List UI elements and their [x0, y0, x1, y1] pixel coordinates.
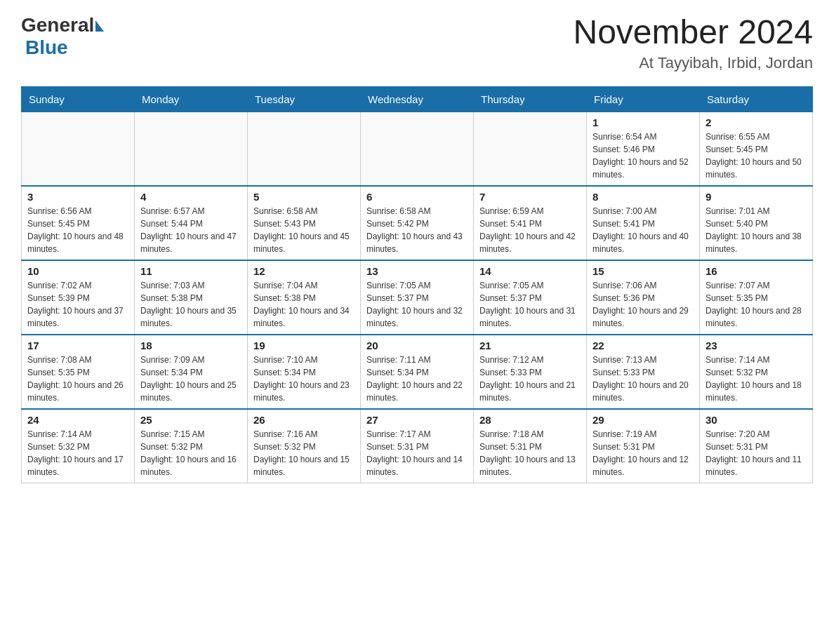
day-number: 18 [140, 340, 241, 351]
day-info: Sunrise: 7:19 AM Sunset: 5:31 PM Dayligh… [593, 428, 694, 478]
day-info: Sunrise: 7:07 AM Sunset: 5:35 PM Dayligh… [706, 279, 807, 330]
calendar-cell: 9Sunrise: 7:01 AM Sunset: 5:40 PM Daylig… [700, 186, 813, 260]
day-info: Sunrise: 6:56 AM Sunset: 5:45 PM Dayligh… [27, 205, 128, 255]
calendar-cell: 5Sunrise: 6:58 AM Sunset: 5:43 PM Daylig… [248, 186, 361, 260]
day-info: Sunrise: 7:10 AM Sunset: 5:34 PM Dayligh… [253, 354, 355, 404]
day-info: Sunrise: 7:15 AM Sunset: 5:32 PM Dayligh… [140, 428, 241, 478]
day-info: Sunrise: 6:54 AM Sunset: 5:46 PM Dayligh… [593, 130, 694, 181]
weekday-header-saturday: Saturday [700, 87, 813, 112]
day-number: 3 [27, 191, 128, 203]
calendar-cell [361, 112, 474, 186]
calendar-cell: 27Sunrise: 7:17 AM Sunset: 5:31 PM Dayli… [361, 409, 474, 483]
calendar-cell: 24Sunrise: 7:14 AM Sunset: 5:32 PM Dayli… [22, 409, 135, 483]
logo-arrow-icon [95, 20, 104, 32]
day-info: Sunrise: 6:57 AM Sunset: 5:44 PM Dayligh… [140, 205, 241, 255]
weekday-header-friday: Friday [587, 87, 700, 112]
calendar-cell: 7Sunrise: 6:59 AM Sunset: 5:41 PM Daylig… [474, 186, 587, 260]
day-number: 6 [366, 191, 468, 203]
weekday-header-sunday: Sunday [22, 87, 135, 112]
calendar-cell: 26Sunrise: 7:16 AM Sunset: 5:32 PM Dayli… [248, 409, 361, 483]
day-info: Sunrise: 7:12 AM Sunset: 5:33 PM Dayligh… [479, 354, 581, 404]
week-row-5: 24Sunrise: 7:14 AM Sunset: 5:32 PM Dayli… [22, 409, 813, 483]
day-info: Sunrise: 7:02 AM Sunset: 5:39 PM Dayligh… [27, 279, 128, 330]
weekday-header-thursday: Thursday [474, 87, 587, 112]
month-year-title: November 2024 [573, 14, 813, 51]
calendar-cell: 3Sunrise: 6:56 AM Sunset: 5:45 PM Daylig… [22, 186, 135, 260]
day-number: 23 [706, 340, 807, 351]
day-info: Sunrise: 7:01 AM Sunset: 5:40 PM Dayligh… [706, 205, 807, 255]
day-number: 10 [27, 265, 128, 277]
day-number: 28 [479, 414, 581, 426]
calendar-cell: 14Sunrise: 7:05 AM Sunset: 5:37 PM Dayli… [474, 260, 587, 335]
day-number: 30 [706, 414, 807, 426]
day-info: Sunrise: 6:58 AM Sunset: 5:42 PM Dayligh… [366, 205, 468, 255]
logo: General Blue [21, 14, 104, 59]
calendar-cell [248, 112, 361, 186]
location-subtitle: At Tayyibah, Irbid, Jordan [573, 54, 813, 72]
calendar-cell: 4Sunrise: 6:57 AM Sunset: 5:44 PM Daylig… [135, 186, 248, 260]
day-info: Sunrise: 7:06 AM Sunset: 5:36 PM Dayligh… [593, 279, 694, 330]
day-info: Sunrise: 7:00 AM Sunset: 5:41 PM Dayligh… [593, 205, 694, 255]
day-info: Sunrise: 7:14 AM Sunset: 5:32 PM Dayligh… [706, 354, 807, 404]
calendar-cell: 29Sunrise: 7:19 AM Sunset: 5:31 PM Dayli… [587, 409, 700, 483]
calendar-cell: 25Sunrise: 7:15 AM Sunset: 5:32 PM Dayli… [135, 409, 248, 483]
day-number: 12 [253, 265, 355, 277]
weekday-header-row: SundayMondayTuesdayWednesdayThursdayFrid… [22, 87, 813, 112]
week-row-2: 3Sunrise: 6:56 AM Sunset: 5:45 PM Daylig… [22, 186, 813, 260]
day-number: 2 [706, 116, 807, 128]
calendar-cell: 8Sunrise: 7:00 AM Sunset: 5:41 PM Daylig… [587, 186, 700, 260]
calendar-cell: 17Sunrise: 7:08 AM Sunset: 5:35 PM Dayli… [22, 335, 135, 409]
logo-blue-text: Blue [25, 36, 68, 58]
day-info: Sunrise: 7:05 AM Sunset: 5:37 PM Dayligh… [479, 279, 581, 330]
day-info: Sunrise: 7:09 AM Sunset: 5:34 PM Dayligh… [140, 354, 241, 404]
day-number: 9 [706, 191, 807, 203]
calendar-cell: 19Sunrise: 7:10 AM Sunset: 5:34 PM Dayli… [248, 335, 361, 409]
day-number: 14 [479, 265, 581, 277]
day-info: Sunrise: 7:05 AM Sunset: 5:37 PM Dayligh… [366, 279, 468, 330]
day-number: 4 [140, 191, 241, 203]
calendar-cell: 28Sunrise: 7:18 AM Sunset: 5:31 PM Dayli… [474, 409, 587, 483]
calendar-cell: 10Sunrise: 7:02 AM Sunset: 5:39 PM Dayli… [22, 260, 135, 335]
day-number: 24 [27, 414, 128, 426]
calendar-cell: 23Sunrise: 7:14 AM Sunset: 5:32 PM Dayli… [700, 335, 813, 409]
day-number: 19 [253, 340, 355, 351]
calendar-cell: 30Sunrise: 7:20 AM Sunset: 5:31 PM Dayli… [700, 409, 813, 483]
calendar-cell: 20Sunrise: 7:11 AM Sunset: 5:34 PM Dayli… [361, 335, 474, 409]
day-number: 8 [593, 191, 694, 203]
day-number: 21 [479, 340, 581, 351]
calendar-cell: 13Sunrise: 7:05 AM Sunset: 5:37 PM Dayli… [361, 260, 474, 335]
calendar-cell: 6Sunrise: 6:58 AM Sunset: 5:42 PM Daylig… [361, 186, 474, 260]
title-section: November 2024 At Tayyibah, Irbid, Jordan [573, 14, 813, 72]
day-info: Sunrise: 7:11 AM Sunset: 5:34 PM Dayligh… [366, 354, 468, 404]
day-info: Sunrise: 7:04 AM Sunset: 5:38 PM Dayligh… [253, 279, 355, 330]
day-info: Sunrise: 7:08 AM Sunset: 5:35 PM Dayligh… [27, 354, 128, 404]
day-number: 15 [593, 265, 694, 277]
day-number: 22 [593, 340, 694, 351]
day-number: 11 [140, 265, 241, 277]
calendar-cell: 2Sunrise: 6:55 AM Sunset: 5:45 PM Daylig… [700, 112, 813, 186]
calendar-cell: 16Sunrise: 7:07 AM Sunset: 5:35 PM Dayli… [700, 260, 813, 335]
calendar-cell: 11Sunrise: 7:03 AM Sunset: 5:38 PM Dayli… [135, 260, 248, 335]
day-info: Sunrise: 7:13 AM Sunset: 5:33 PM Dayligh… [593, 354, 694, 404]
day-info: Sunrise: 7:16 AM Sunset: 5:32 PM Dayligh… [253, 428, 355, 478]
calendar-cell: 22Sunrise: 7:13 AM Sunset: 5:33 PM Dayli… [587, 335, 700, 409]
calendar-cell [135, 112, 248, 186]
day-info: Sunrise: 7:20 AM Sunset: 5:31 PM Dayligh… [706, 428, 807, 478]
calendar-cell: 12Sunrise: 7:04 AM Sunset: 5:38 PM Dayli… [248, 260, 361, 335]
day-number: 26 [253, 414, 355, 426]
calendar-cell [22, 112, 135, 186]
calendar-cell [474, 112, 587, 186]
week-row-1: 1Sunrise: 6:54 AM Sunset: 5:46 PM Daylig… [22, 112, 813, 186]
day-number: 20 [366, 340, 468, 351]
day-info: Sunrise: 7:17 AM Sunset: 5:31 PM Dayligh… [366, 428, 468, 478]
week-row-3: 10Sunrise: 7:02 AM Sunset: 5:39 PM Dayli… [22, 260, 813, 335]
day-number: 13 [366, 265, 468, 277]
calendar-table: SundayMondayTuesdayWednesdayThursdayFrid… [21, 86, 813, 483]
day-info: Sunrise: 7:18 AM Sunset: 5:31 PM Dayligh… [479, 428, 581, 478]
day-info: Sunrise: 7:14 AM Sunset: 5:32 PM Dayligh… [27, 428, 128, 478]
weekday-header-tuesday: Tuesday [248, 87, 361, 112]
day-number: 1 [593, 116, 694, 128]
page-header: General Blue November 2024 At Tayyibah, … [21, 14, 813, 72]
weekday-header-monday: Monday [135, 87, 248, 112]
day-number: 5 [253, 191, 355, 203]
